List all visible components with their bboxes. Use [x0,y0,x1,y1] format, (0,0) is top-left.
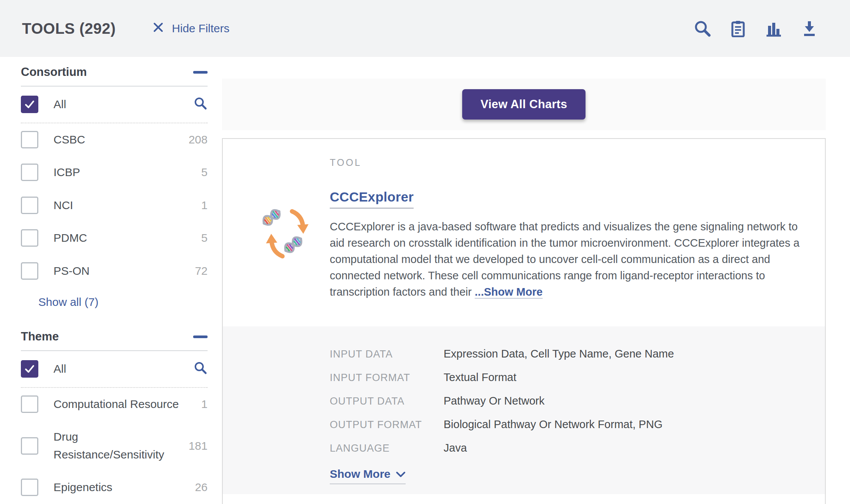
metadata-value: Expression Data, Cell Type Name, Gene Na… [444,348,674,360]
option-count: 1 [201,199,208,212]
facet-option-all[interactable]: All [21,351,208,388]
option-count: 72 [195,265,208,277]
charts-band: View All Charts [222,79,826,130]
filters-sidebar: Consortium All CSBC 208 [21,65,208,504]
tool-description-text: CCCExplorer is a java-based software tha… [330,220,800,298]
collapse-icon[interactable] [193,71,208,74]
close-icon [152,21,164,36]
facet-theme: Theme All Computational Resource [21,330,208,504]
option-label: All [54,96,187,113]
facet-search-icon[interactable] [193,96,208,112]
metadata-row: INPUT FORMAT Textual Format [330,371,806,384]
metadata-row: OUTPUT DATA Pathway Or Network [330,395,806,407]
metadata-value: Biological Pathway Or Network Format, PN… [444,418,663,431]
option-label: All [54,360,187,378]
facet-option[interactable]: Drug Resistance/Sensitivity 181 [21,421,208,471]
hide-filters-label: Hide Filters [172,22,230,35]
page-title: TOOLS (292) [22,20,116,37]
option-count: 26 [195,481,208,494]
option-label: Drug Resistance/Sensitivity [54,428,187,463]
facet-consortium: Consortium All CSBC 208 [21,65,208,326]
facet-search-icon[interactable] [193,361,208,377]
checkbox[interactable] [21,479,38,496]
facet-option[interactable]: PDMC 5 [21,222,208,255]
metadata-label: OUTPUT FORMAT [330,419,444,431]
option-count: 5 [201,166,208,179]
show-all-link[interactable]: Show all (7) [38,296,98,309]
facet-option[interactable]: Epigenetics 26 [21,471,208,504]
metadata-value: Textual Format [444,371,516,384]
facet-option-all[interactable]: All [21,87,208,123]
checkbox-checked[interactable] [21,96,38,113]
show-more-inline-link[interactable]: ...Show More [475,286,543,299]
tool-card: TOOL CCCExplorer [222,138,826,504]
checkbox[interactable] [21,262,38,280]
facet-option[interactable]: NCI 1 [21,189,208,222]
facet-title: Theme [21,330,59,343]
checkbox[interactable] [21,229,38,247]
option-label: Epigenetics [54,479,187,496]
metadata-row: LANGUAGE Java [330,442,806,454]
metadata-label: INPUT FORMAT [330,372,444,384]
download-icon[interactable] [801,20,818,37]
option-count: 181 [189,439,208,452]
metadata-row: INPUT DATA Expression Data, Cell Type Na… [330,348,806,360]
checkbox[interactable] [21,197,38,214]
metadata-label: INPUT DATA [330,348,444,360]
search-icon[interactable] [694,20,711,37]
tool-title-link[interactable]: CCCExplorer [330,189,414,209]
chevron-down-icon [396,468,406,480]
tool-description: CCCExplorer is a java-based software tha… [330,219,811,300]
header-bar: TOOLS (292) Hide Filters [0,0,850,57]
tool-type-label: TOOL [330,157,806,168]
metadata-value: Java [444,442,467,454]
checkbox[interactable] [21,395,38,413]
checkbox[interactable] [21,437,38,455]
metadata-value: Pathway Or Network [444,395,545,407]
option-count: 5 [201,232,208,244]
option-count: 1 [201,398,208,411]
metadata-row: OUTPUT FORMAT Biological Pathway Or Netw… [330,418,806,431]
option-label: PS-ON [54,262,187,280]
checkbox[interactable] [21,164,38,181]
hide-filters-button[interactable]: Hide Filters [152,21,230,36]
facet-option[interactable]: Computational Resource 1 [21,388,208,421]
metadata-label: OUTPUT DATA [330,395,444,407]
facet-option[interactable]: ICBP 5 [21,156,208,189]
bar-chart-icon[interactable] [765,20,782,37]
option-label: NCI [54,197,187,214]
view-all-charts-button[interactable]: View All Charts [462,89,585,120]
dna-cycle-icon [259,206,315,263]
header-actions [694,20,818,37]
show-more-label: Show More [330,468,390,480]
tool-metadata-section: INPUT DATA Expression Data, Cell Type Na… [223,326,825,494]
option-label: CSBC [54,131,187,149]
show-more-button[interactable]: Show More [330,468,406,484]
option-count: 208 [189,133,208,146]
tools-page: TOOLS (292) Hide Filters [0,0,850,504]
collapse-icon[interactable] [193,335,208,338]
facet-option[interactable]: PS-ON 72 [21,255,208,288]
option-label: Computational Resource [54,395,187,413]
checkbox-checked[interactable] [21,360,38,378]
metadata-label: LANGUAGE [330,443,444,454]
option-label: PDMC [54,229,187,247]
option-label: ICBP [54,164,187,181]
facet-title: Consortium [21,65,87,79]
facet-option[interactable]: CSBC 208 [21,123,208,156]
clipboard-icon[interactable] [729,20,747,37]
checkbox[interactable] [21,131,38,148]
